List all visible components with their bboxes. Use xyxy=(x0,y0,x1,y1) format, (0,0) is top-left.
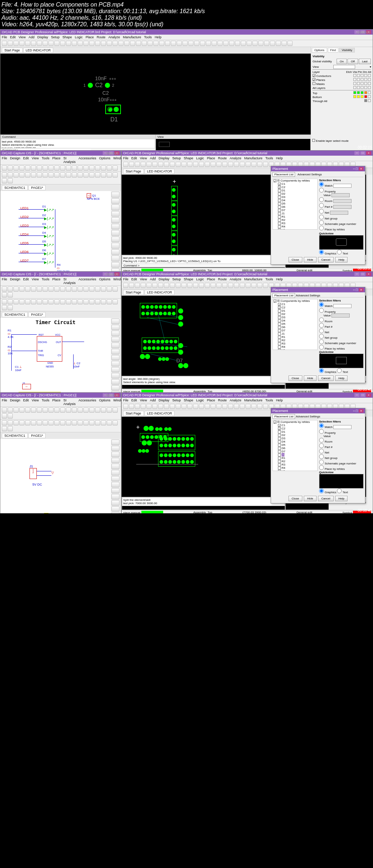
menu-setup[interactable]: Setup xyxy=(51,35,60,39)
toolbar-button[interactable] xyxy=(54,41,59,46)
tree-item-R3[interactable]: R3 xyxy=(277,342,317,345)
tree-item-D2[interactable]: D2 xyxy=(277,312,317,316)
toolbar-button[interactable] xyxy=(2,178,7,183)
tree-item-R2[interactable]: R2 xyxy=(277,460,317,463)
menu-logic[interactable]: Logic xyxy=(75,35,83,39)
toolbar-button[interactable] xyxy=(13,41,19,46)
toolbar-button[interactable] xyxy=(37,166,42,171)
menu-view[interactable]: View xyxy=(19,35,25,39)
tab-placement-list[interactable]: Placement List xyxy=(272,172,295,177)
toolbar-button[interactable] xyxy=(13,172,19,178)
side-button[interactable] xyxy=(111,249,119,255)
toolbar-button[interactable] xyxy=(223,41,228,46)
menu-file[interactable]: File xyxy=(2,156,7,164)
tree-item-C1[interactable]: ✓ C1 xyxy=(277,182,317,186)
toolbar-button[interactable] xyxy=(101,166,106,171)
tree-item-J1[interactable]: J1 xyxy=(277,212,317,215)
toolbar-button[interactable] xyxy=(107,41,112,46)
tab-options[interactable]: Options xyxy=(312,48,327,52)
toolbar-button[interactable] xyxy=(188,41,193,46)
tree-item-R3[interactable]: R3 xyxy=(277,222,317,225)
toolbar-button[interactable] xyxy=(25,166,30,171)
toolbar-button[interactable] xyxy=(142,41,147,46)
tree-item-R4[interactable]: R4 xyxy=(277,345,317,349)
filter-property[interactable] xyxy=(319,188,324,192)
toolbar-button[interactable] xyxy=(60,41,65,46)
tree-item-R4[interactable]: R4 xyxy=(277,466,317,470)
tree-item-R3[interactable]: R3 xyxy=(277,463,317,466)
tab-advanced[interactable]: Advanced Settings xyxy=(296,172,323,176)
menu-file[interactable]: File xyxy=(2,35,7,39)
close-button[interactable]: Close xyxy=(288,257,302,262)
dlg-max[interactable]: □ xyxy=(356,167,358,171)
toolbar-button[interactable] xyxy=(43,166,48,171)
toolbar-button[interactable] xyxy=(19,172,24,178)
toolbar-button[interactable] xyxy=(48,172,54,178)
toolbar-button[interactable] xyxy=(78,166,83,171)
tab-sch[interactable]: SCHEMATIC1 xyxy=(2,185,28,190)
toolbar-button[interactable] xyxy=(276,41,281,46)
toolbar-button[interactable] xyxy=(136,41,141,46)
toolbar-button[interactable] xyxy=(287,41,292,46)
menu-manufacture[interactable]: Manufacture xyxy=(123,35,141,39)
toolbar-button[interactable] xyxy=(78,172,83,178)
tree-item-D6[interactable]: D6 xyxy=(277,205,317,209)
vis-last[interactable]: Last xyxy=(359,59,371,64)
toolbar-button[interactable] xyxy=(66,41,71,46)
menu-add[interactable]: Add xyxy=(28,35,34,39)
pad[interactable] xyxy=(107,107,113,112)
timer-schematic[interactable]: Timer Circuit RST VCC DSCHG OUT THR TRIG… xyxy=(0,318,111,397)
toolbar-button[interactable] xyxy=(130,41,135,46)
tree-item-R1[interactable]: R1 xyxy=(277,456,317,460)
menu-design[interactable]: Design xyxy=(10,156,20,164)
toolbar-button[interactable] xyxy=(8,41,13,46)
side-button[interactable] xyxy=(111,237,119,242)
side-button[interactable] xyxy=(111,192,119,198)
toolbar-button[interactable] xyxy=(247,41,252,46)
toolbar-button[interactable] xyxy=(194,41,199,46)
tree-item-D6[interactable]: D6 xyxy=(277,326,317,329)
toolbar-button[interactable] xyxy=(258,41,263,46)
tree-item-D1[interactable]: D1 xyxy=(277,309,317,312)
toolbar-button[interactable] xyxy=(48,166,54,171)
tree-item-C2[interactable]: ✓ C2 xyxy=(277,427,317,430)
menu-opt[interactable]: Options xyxy=(99,156,110,164)
toolbar-button[interactable] xyxy=(148,41,153,46)
toolbar-button[interactable] xyxy=(101,172,106,178)
toolbar-button[interactable] xyxy=(200,41,205,46)
menu-si[interactable]: SI Analysis xyxy=(63,156,76,164)
tab-find[interactable]: Find xyxy=(328,48,339,52)
toolbar-button[interactable] xyxy=(153,41,158,46)
toolbar-button[interactable] xyxy=(113,41,118,46)
toolbar-button[interactable] xyxy=(270,41,275,46)
tree-item-C1[interactable]: ✓ C1 xyxy=(277,303,317,306)
qv-graphics[interactable] xyxy=(319,250,324,254)
toolbar-button[interactable] xyxy=(19,166,24,171)
side-button[interactable] xyxy=(111,217,119,223)
toolbar-button[interactable] xyxy=(72,41,77,46)
tree-item-U1[interactable]: U1 xyxy=(277,349,317,350)
toolbar-button[interactable] xyxy=(165,41,170,46)
filter-placeby[interactable] xyxy=(319,226,324,230)
tree-item-D2[interactable]: D2 xyxy=(277,192,317,195)
toolbar-button[interactable] xyxy=(43,172,48,178)
toolbar-button[interactable] xyxy=(83,41,89,46)
toolbar-button[interactable] xyxy=(264,41,269,46)
menu-help[interactable]: Help xyxy=(155,35,162,39)
toolbar-button[interactable] xyxy=(171,41,176,46)
toolbar-button[interactable] xyxy=(229,41,234,46)
check[interactable]: ✓ xyxy=(313,74,315,77)
toolbar-button[interactable] xyxy=(83,166,89,171)
help-button[interactable]: Help xyxy=(335,257,348,262)
menu-acc[interactable]: Accessories xyxy=(78,156,96,164)
toolbar-button[interactable] xyxy=(252,41,258,46)
side-button[interactable] xyxy=(111,224,119,230)
toolbar-button[interactable] xyxy=(212,41,217,46)
toolbar-button[interactable] xyxy=(89,166,94,171)
value-input[interactable] xyxy=(331,193,350,197)
vis-on[interactable]: On xyxy=(337,59,347,64)
side-button[interactable] xyxy=(111,211,119,217)
tree-item-U1[interactable]: U1 xyxy=(277,470,317,471)
side-button[interactable] xyxy=(111,198,119,204)
menu-shape[interactable]: Shape xyxy=(62,35,72,39)
